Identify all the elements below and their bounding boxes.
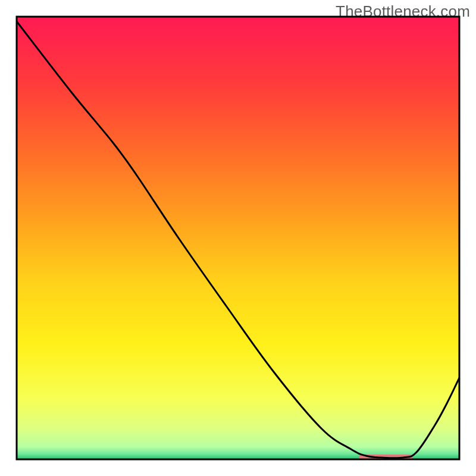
gradient-background (17, 17, 459, 459)
chart-svg (0, 0, 476, 476)
chart-container: TheBottleneck.com (0, 0, 476, 476)
